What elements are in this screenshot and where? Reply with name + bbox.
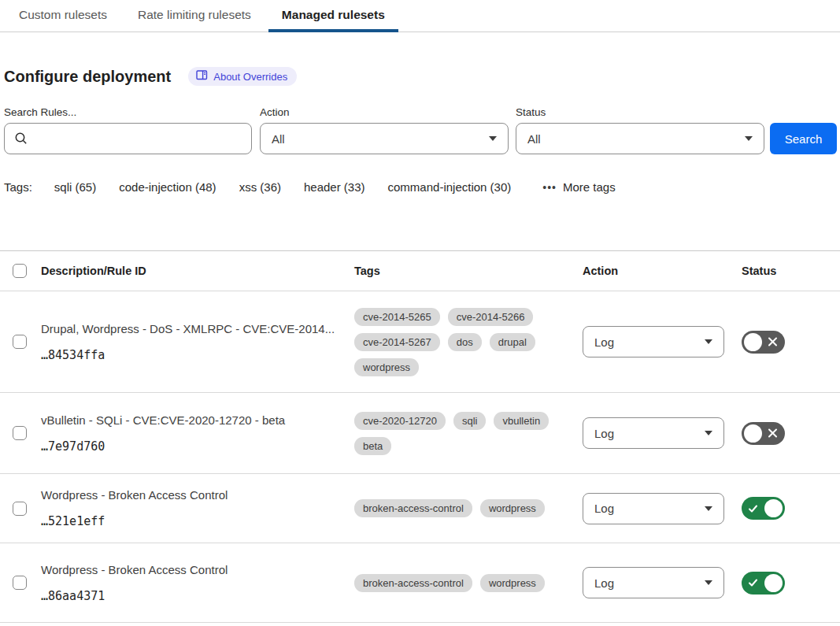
tag-filter-header[interactable]: header (33) (304, 180, 365, 194)
tag-pill: dos (448, 333, 482, 351)
row-action-select[interactable]: Log (583, 567, 724, 598)
tag-pill: cve-2020-12720 (354, 412, 446, 430)
rule-status-toggle[interactable] (742, 497, 785, 520)
check-icon (748, 503, 758, 513)
filter-row: Search Rules... Action All Status All Se… (4, 106, 840, 154)
status-filter-select[interactable]: All (516, 123, 764, 154)
tab-rate-limiting-rulesets[interactable]: Rate limiting rulesets (124, 0, 265, 32)
rule-description: Wordpress - Broken Access Control (41, 563, 354, 576)
rule-status-toggle[interactable] (742, 331, 785, 354)
tag-pill: cve-2014-5267 (354, 333, 440, 351)
page-title: Configure deployment (4, 68, 171, 86)
chevron-down-icon (489, 136, 497, 141)
row-checkbox[interactable] (13, 335, 27, 349)
chevron-down-icon (745, 136, 753, 141)
row-action-select[interactable]: Log (583, 326, 724, 357)
search-button[interactable]: Search (770, 123, 837, 154)
tag-pill: wordpress (480, 574, 545, 592)
tag-pill: wordpress (354, 358, 419, 376)
rule-status-toggle[interactable] (742, 572, 785, 595)
toggle-knob (744, 333, 762, 351)
chevron-down-icon (705, 506, 712, 511)
tag-filter-code-injection[interactable]: code-injection (48) (119, 180, 216, 194)
tab-custom-rulesets[interactable]: Custom rulesets (6, 0, 120, 32)
search-input[interactable] (4, 123, 252, 154)
row-action-value: Log (594, 427, 614, 440)
chevron-down-icon (705, 580, 712, 585)
rule-tags: cve-2014-5265 cve-2014-5266 cve-2014-526… (354, 308, 583, 376)
table-row: vBulletin - SQLi - CVE:CVE-2020-12720 - … (0, 392, 840, 473)
more-tags-label: More tags (563, 180, 616, 194)
tag-filter-command-injection[interactable]: command-injection (30) (388, 180, 512, 194)
ellipsis-icon: ••• (542, 181, 557, 194)
row-action-value: Log (594, 335, 614, 349)
chevron-down-icon (705, 339, 712, 344)
tag-pill: broken-access-control (354, 499, 472, 517)
tag-pill: sqli (453, 412, 487, 430)
col-header-status: Status (742, 265, 840, 277)
tags-bar: Tags: sqli (65) code-injection (48) xss … (4, 180, 840, 194)
search-icon (14, 131, 28, 146)
tag-pill: wordpress (480, 499, 545, 517)
row-action-select[interactable]: Log (583, 493, 724, 524)
rule-tags: broken-access-control wordpress (354, 499, 583, 517)
row-checkbox[interactable] (13, 426, 27, 440)
chevron-down-icon (705, 431, 712, 435)
table-row: Wordpress - Broken Access Control …86aa4… (0, 543, 840, 622)
rule-id: …521e1eff (41, 514, 354, 528)
tag-pill: vbulletin (494, 412, 549, 430)
toggle-knob (764, 499, 783, 517)
tag-pill: cve-2014-5265 (354, 308, 440, 326)
check-icon (748, 578, 758, 588)
rule-tags: cve-2020-12720 sqli vbulletin beta (354, 412, 583, 455)
select-all-checkbox[interactable] (13, 264, 27, 278)
tag-pill: broken-access-control (354, 574, 472, 592)
search-rules-label: Search Rules... (4, 106, 260, 118)
row-action-value: Log (594, 576, 614, 590)
rule-id: …86aa4371 (41, 589, 354, 603)
page-header: Configure deployment About Overrides (4, 67, 840, 86)
tag-filter-sqli[interactable]: sqli (65) (54, 180, 96, 194)
rule-id: …84534ffa (41, 348, 354, 362)
row-checkbox[interactable] (13, 576, 27, 590)
rules-table: Description/Rule ID Tags Action Status D… (0, 250, 840, 623)
action-filter-select[interactable]: All (260, 123, 509, 154)
tag-pill: drupal (490, 333, 535, 351)
table-header-row: Description/Rule ID Tags Action Status (0, 251, 840, 291)
status-filter-label: Status (516, 106, 770, 118)
table-row: Drupal, Wordpress - DoS - XMLRPC - CVE:C… (0, 291, 840, 392)
tag-filter-xss[interactable]: xss (36) (239, 180, 281, 194)
rule-description: vBulletin - SQLi - CVE:CVE-2020-12720 - … (41, 413, 354, 427)
more-tags-button[interactable]: ••• More tags (542, 180, 615, 194)
book-icon (196, 70, 208, 83)
tag-pill: beta (354, 437, 391, 455)
x-icon (768, 428, 778, 439)
about-overrides-badge[interactable]: About Overrides (188, 67, 297, 86)
rule-id: …7e97d760 (41, 439, 354, 454)
tags-bar-label: Tags: (4, 180, 32, 194)
about-overrides-label: About Overrides (213, 71, 287, 83)
row-action-select[interactable]: Log (583, 417, 724, 449)
col-header-description: Description/Rule ID (41, 265, 354, 277)
action-filter-value: All (272, 132, 285, 146)
tag-pill: cve-2014-5266 (448, 308, 534, 326)
row-action-value: Log (594, 502, 614, 515)
toggle-knob (744, 424, 762, 443)
ruleset-tabbar: Custom rulesets Rate limiting rulesets M… (0, 0, 840, 32)
tab-managed-rulesets[interactable]: Managed rulesets (268, 0, 398, 32)
action-filter-label: Action (260, 106, 516, 118)
table-row: Wordpress - Broken Access Control …521e1… (0, 473, 840, 543)
rule-tags: broken-access-control wordpress (354, 574, 583, 592)
toggle-knob (764, 574, 783, 592)
x-icon (768, 337, 778, 347)
status-filter-value: All (527, 132, 541, 146)
col-header-tags: Tags (354, 265, 583, 277)
rule-description: Drupal, Wordpress - DoS - XMLRPC - CVE:C… (41, 322, 354, 335)
rule-status-toggle[interactable] (742, 422, 785, 445)
row-checkbox[interactable] (13, 502, 27, 516)
col-header-action: Action (583, 265, 742, 277)
rule-description: Wordpress - Broken Access Control (41, 488, 354, 502)
